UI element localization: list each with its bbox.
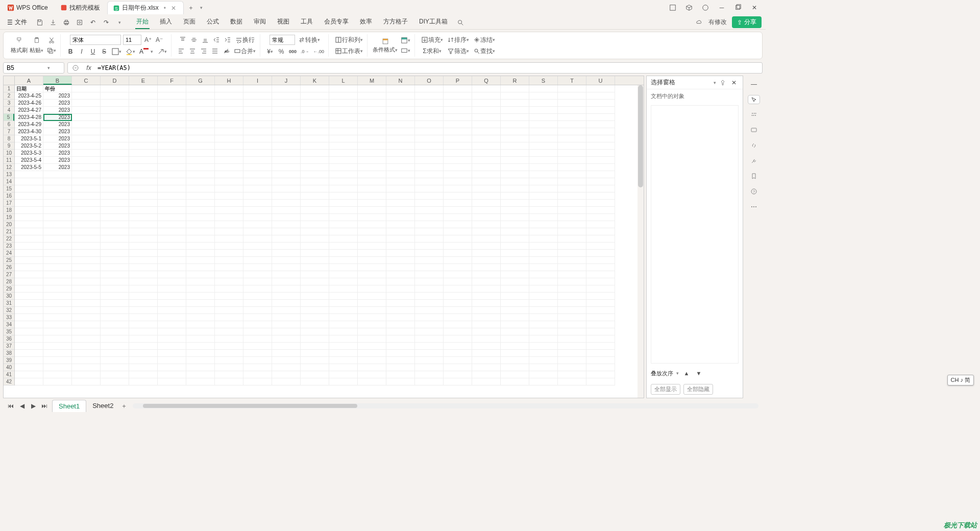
cell[interactable] <box>501 335 529 343</box>
cell[interactable] <box>501 371 529 378</box>
cell[interactable] <box>358 378 386 385</box>
cell[interactable] <box>301 243 329 250</box>
cell[interactable] <box>329 243 358 250</box>
cell[interactable] <box>301 114 329 121</box>
cell[interactable] <box>386 350 415 357</box>
menu-tab-工具[interactable]: 工具 <box>300 15 314 29</box>
cell[interactable] <box>215 314 243 321</box>
cell[interactable] <box>186 364 215 371</box>
cell[interactable] <box>558 185 586 192</box>
cell[interactable] <box>72 150 101 157</box>
currency-icon[interactable]: ¥▾ <box>265 47 275 56</box>
cell[interactable] <box>386 192 415 200</box>
cell[interactable] <box>272 257 301 264</box>
cell[interactable] <box>101 107 129 114</box>
cell[interactable] <box>472 221 501 228</box>
cell[interactable] <box>501 214 529 221</box>
menu-tab-视图[interactable]: 视图 <box>276 15 290 29</box>
cell[interactable] <box>501 150 529 157</box>
cell[interactable] <box>472 178 501 185</box>
cell[interactable] <box>129 228 158 235</box>
cell[interactable] <box>329 328 358 335</box>
number-format-select[interactable] <box>270 35 295 45</box>
cell[interactable] <box>272 314 301 321</box>
cell[interactable] <box>444 192 472 200</box>
cell[interactable] <box>558 192 586 200</box>
cell[interactable] <box>158 100 186 107</box>
cell[interactable] <box>186 250 215 257</box>
cell[interactable] <box>415 321 444 328</box>
cell[interactable] <box>329 128 358 135</box>
cell[interactable] <box>186 235 215 243</box>
cell[interactable] <box>444 243 472 250</box>
column-header[interactable]: H <box>215 76 243 85</box>
cell[interactable] <box>415 278 444 285</box>
cell[interactable] <box>72 185 101 192</box>
decrease-font-icon[interactable]: A⁻ <box>155 35 164 44</box>
cell[interactable] <box>386 107 415 114</box>
cell[interactable] <box>329 350 358 357</box>
cell[interactable] <box>415 264 444 271</box>
row-header[interactable]: 34 <box>4 321 14 328</box>
row-header[interactable]: 19 <box>4 214 14 221</box>
cell[interactable] <box>301 293 329 300</box>
cell[interactable] <box>129 171 158 178</box>
filter-button[interactable]: 筛选▾ <box>446 46 470 56</box>
cell[interactable] <box>501 121 529 128</box>
row-header[interactable]: 16 <box>4 192 14 200</box>
cell[interactable] <box>301 321 329 328</box>
cell[interactable] <box>386 293 415 300</box>
cell[interactable] <box>129 271 158 278</box>
row-header[interactable]: 33 <box>4 314 14 321</box>
cell[interactable] <box>558 278 586 285</box>
cell[interactable] <box>272 207 301 214</box>
cell[interactable] <box>101 314 129 321</box>
cell[interactable]: 2023 <box>43 92 72 100</box>
cell[interactable] <box>186 171 215 178</box>
cell[interactable] <box>186 278 215 285</box>
cell[interactable] <box>472 378 501 385</box>
cell[interactable] <box>243 250 272 257</box>
cell[interactable] <box>301 185 329 192</box>
cell[interactable] <box>158 257 186 264</box>
cell[interactable] <box>129 250 158 257</box>
sheet-tab[interactable]: Sheet2 <box>86 400 119 412</box>
cell[interactable] <box>586 178 615 185</box>
cell[interactable] <box>529 85 558 92</box>
cell[interactable] <box>301 85 329 92</box>
cell[interactable] <box>558 92 586 100</box>
cell[interactable]: 2023-4-30 <box>15 128 43 135</box>
cell[interactable] <box>301 350 329 357</box>
cell[interactable] <box>444 142 472 150</box>
cell[interactable] <box>243 185 272 192</box>
cell[interactable] <box>158 221 186 228</box>
cell[interactable] <box>358 92 386 100</box>
cell[interactable]: 2023 <box>43 107 72 114</box>
cell[interactable] <box>586 200 615 207</box>
cell[interactable] <box>329 157 358 164</box>
cell[interactable] <box>501 100 529 107</box>
view-page-icon[interactable] <box>617 414 626 415</box>
cell[interactable] <box>501 207 529 214</box>
orientation-icon[interactable]: ab <box>222 46 231 56</box>
copy-icon[interactable]: ▾ <box>45 46 57 55</box>
cell[interactable] <box>529 92 558 100</box>
cell[interactable] <box>386 214 415 221</box>
cell[interactable] <box>386 321 415 328</box>
cell[interactable] <box>586 128 615 135</box>
cell[interactable] <box>186 164 215 171</box>
row-header[interactable]: 38 <box>4 350 14 357</box>
cell[interactable] <box>301 250 329 257</box>
cell[interactable] <box>501 85 529 92</box>
cell[interactable]: 2023 <box>43 121 72 128</box>
cell[interactable] <box>272 107 301 114</box>
cell[interactable] <box>301 150 329 157</box>
cell[interactable] <box>501 107 529 114</box>
cell[interactable] <box>444 271 472 278</box>
cell[interactable] <box>501 157 529 164</box>
cell[interactable] <box>472 271 501 278</box>
cell[interactable]: 2023-4-27 <box>15 107 43 114</box>
cell[interactable] <box>301 314 329 321</box>
cell[interactable] <box>186 142 215 150</box>
cell[interactable] <box>272 185 301 192</box>
